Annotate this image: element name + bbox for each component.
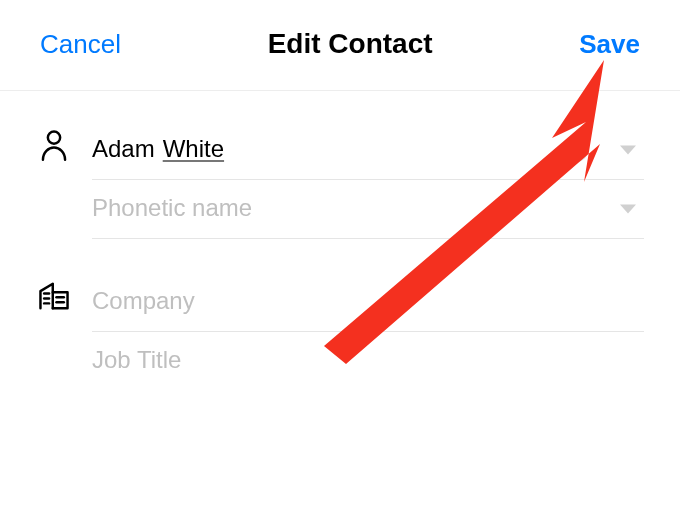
chevron-down-icon[interactable] [620,205,636,214]
svg-point-0 [48,131,60,143]
name-last: White [163,135,224,163]
clear-name-button[interactable] [564,138,588,162]
name-section: Adam White [36,121,644,239]
company-input[interactable] [92,287,644,315]
edit-form: Adam White [0,91,680,390]
cancel-button[interactable]: Cancel [40,29,121,60]
company-section [36,273,644,390]
job-title-field[interactable] [92,332,644,390]
phonetic-name-field[interactable] [92,180,644,239]
page-title: Edit Contact [268,28,433,60]
building-icon [36,273,72,311]
name-first: Adam [92,135,155,163]
person-icon [36,121,72,161]
chevron-down-icon[interactable] [620,146,636,155]
name-field[interactable]: Adam White [92,121,644,180]
job-title-input[interactable] [92,346,644,374]
save-button[interactable]: Save [579,29,640,60]
company-field[interactable] [92,273,644,332]
phonetic-name-input[interactable] [92,194,644,222]
header-bar: Cancel Edit Contact Save [0,0,680,91]
close-icon [571,145,581,155]
